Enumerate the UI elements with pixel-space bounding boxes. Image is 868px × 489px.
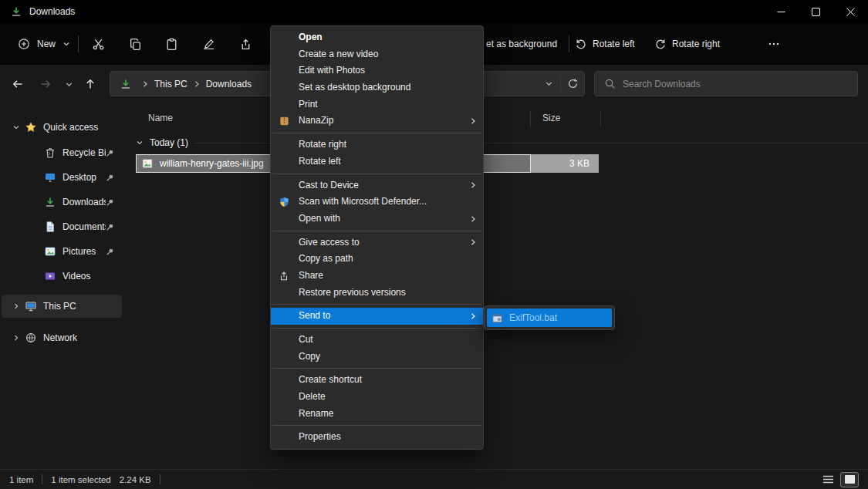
menu-item-cut[interactable]: Cut xyxy=(271,332,483,349)
file-size: 3 KB xyxy=(531,158,599,169)
chevron-down-icon[interactable] xyxy=(8,123,25,131)
view-toggle-group xyxy=(819,472,859,487)
menu-item-rotate-left[interactable]: Rotate left xyxy=(271,153,483,170)
submenu-arrow-icon xyxy=(469,238,477,246)
new-button[interactable]: New xyxy=(8,23,80,65)
set-as-background-label: et as background xyxy=(486,39,557,49)
column-header-name[interactable]: Name xyxy=(148,113,173,123)
set-as-background-button[interactable]: et as background xyxy=(486,23,557,65)
desktop-icon xyxy=(44,171,62,184)
menu-item-create-a-new-video[interactable]: Create a new video xyxy=(271,46,483,63)
toolbar-divider xyxy=(78,35,79,52)
rename-button[interactable] xyxy=(193,23,224,65)
sidebar-item-videos[interactable]: Videos xyxy=(2,265,122,288)
rotate-left-button[interactable]: Rotate left xyxy=(575,23,635,65)
sidebar-item-downloads[interactable]: Downloads xyxy=(2,191,122,214)
sidebar-item-label: Downloads xyxy=(62,197,106,207)
menu-item-label: Properties xyxy=(299,431,341,442)
copy-button[interactable] xyxy=(120,23,150,65)
cut-button[interactable] xyxy=(83,23,113,65)
column-divider[interactable] xyxy=(530,112,531,127)
close-button[interactable] xyxy=(833,0,868,23)
pin-icon xyxy=(106,149,114,157)
column-header-size[interactable]: Size xyxy=(542,113,560,123)
menu-item-label: Open xyxy=(299,32,323,42)
sidebar-item-desktop[interactable]: Desktop xyxy=(2,166,122,189)
menu-separator xyxy=(272,425,481,426)
menu-item-cast-to-device[interactable]: Cast to Device xyxy=(271,177,483,194)
column-divider[interactable] xyxy=(600,112,601,127)
menu-item-create-shortcut[interactable]: Create shortcut xyxy=(271,372,483,389)
submenu-arrow-icon xyxy=(469,181,477,189)
recent-locations-button[interactable] xyxy=(62,74,76,94)
menu-item-edit-with-photos[interactable]: Edit with Photos xyxy=(271,62,483,79)
paste-button[interactable] xyxy=(156,23,187,65)
group-header-label: Today (1) xyxy=(150,137,188,148)
menu-item-rename[interactable]: Rename xyxy=(271,406,483,423)
menu-item-share[interactable]: Share xyxy=(271,268,483,285)
status-item-count: 1 item xyxy=(9,475,33,484)
group-header-today[interactable]: Today (1) xyxy=(136,136,868,150)
more-options-button[interactable] xyxy=(760,23,788,65)
menu-separator xyxy=(272,133,481,133)
menu-item-give-access-to[interactable]: Give access to xyxy=(271,234,483,251)
chevron-right-icon[interactable] xyxy=(8,302,25,310)
menu-item-delete[interactable]: Delete xyxy=(271,389,483,406)
menu-item-label: Create a new video xyxy=(299,49,378,59)
breadcrumb-downloads[interactable]: Downloads xyxy=(204,79,253,89)
menu-item-open[interactable]: Open xyxy=(271,29,483,46)
menu-item-set-as-desktop-background[interactable]: Set as desktop background xyxy=(271,79,483,96)
pictures-icon xyxy=(44,245,62,258)
defender-shield-icon xyxy=(279,197,290,208)
back-button[interactable] xyxy=(8,74,28,94)
address-dropdown-button[interactable] xyxy=(537,72,560,96)
search-box[interactable] xyxy=(594,71,858,96)
details-view-button[interactable] xyxy=(819,472,837,487)
up-button[interactable] xyxy=(80,74,100,94)
sidebar-item-label: Quick access xyxy=(43,122,122,133)
sidebar-item-label: Pictures xyxy=(62,246,106,257)
sidebar-item-quick-access[interactable]: Quick access xyxy=(2,116,122,139)
sidebar-item-recycle-bin[interactable]: Recycle Bin xyxy=(2,141,122,164)
search-input[interactable] xyxy=(623,79,848,89)
recycle-bin-icon xyxy=(44,147,62,159)
chevron-right-icon[interactable] xyxy=(8,334,25,342)
forward-button[interactable] xyxy=(35,74,56,94)
share-button[interactable] xyxy=(230,23,261,65)
menu-separator xyxy=(272,174,481,174)
sidebar-item-label: Desktop xyxy=(62,172,106,183)
sidebar-item-this-pc[interactable]: This PC xyxy=(2,295,122,318)
sidebar-item-pictures[interactable]: Pictures xyxy=(2,240,122,263)
sidebar-item-documents[interactable]: Documents xyxy=(2,215,122,238)
menu-item-label: Create shortcut xyxy=(299,374,362,385)
menu-item-label: Cut xyxy=(299,334,313,345)
menu-item-label: Share xyxy=(299,270,323,281)
this-pc-icon xyxy=(25,300,43,312)
sidebar-item-network[interactable]: Network xyxy=(2,326,122,349)
refresh-button[interactable] xyxy=(561,72,584,96)
rotate-right-button[interactable]: Rotate right xyxy=(654,23,720,65)
menu-item-label: Rotate right xyxy=(299,139,346,150)
file-name: william-henry-gates-iii.jpg xyxy=(160,158,264,169)
exiftool-icon xyxy=(491,312,503,324)
menu-item-copy[interactable]: Copy xyxy=(271,349,483,366)
thumbnail-view-button[interactable] xyxy=(840,472,859,487)
submenu-item-exiftool[interactable]: ExifTool.bat xyxy=(487,309,612,327)
menu-item-open-with[interactable]: Open with xyxy=(271,211,483,228)
menu-item-send-to[interactable]: Send to xyxy=(271,308,483,325)
breadcrumb-this-pc[interactable]: This PC xyxy=(153,79,189,89)
nanazip-icon xyxy=(279,116,290,127)
copy-icon xyxy=(129,38,142,51)
chevron-down-icon[interactable] xyxy=(136,139,144,147)
maximize-button[interactable] xyxy=(799,0,833,23)
menu-item-nanazip[interactable]: NanaZip xyxy=(271,113,483,130)
minimize-button[interactable] xyxy=(764,0,799,23)
navigation-pane: Quick access Recycle Bin Desktop Downloa… xyxy=(0,102,123,469)
status-selection-count: 1 item selected xyxy=(51,475,110,484)
menu-item-copy-as-path[interactable]: Copy as path xyxy=(271,251,483,268)
menu-item-restore-previous-versions[interactable]: Restore previous versions xyxy=(271,285,483,302)
menu-item-rotate-right[interactable]: Rotate right xyxy=(271,137,483,153)
menu-item-properties[interactable]: Properties xyxy=(271,429,483,446)
menu-item-scan-with-microsoft-defender[interactable]: Scan with Microsoft Defender... xyxy=(271,194,483,211)
menu-item-print[interactable]: Print xyxy=(271,96,483,113)
